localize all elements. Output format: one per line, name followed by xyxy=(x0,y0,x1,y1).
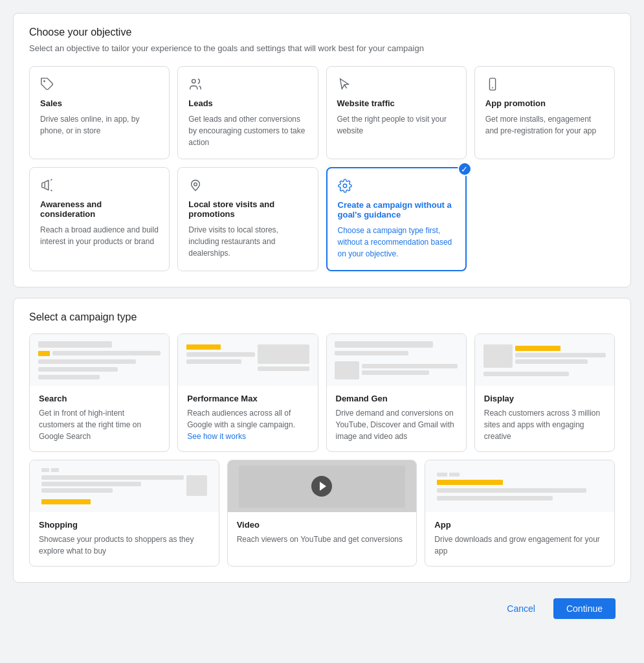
performance-max-thumbnail xyxy=(178,334,317,386)
campaign-display[interactable]: Display Reach customers across 3 million… xyxy=(474,333,615,452)
demand-gen-desc: Drive demand and conversions on YouTube,… xyxy=(336,407,457,442)
shopping-thumbnail xyxy=(30,460,219,512)
objective-section: Choose your objective Select an objectiv… xyxy=(13,13,631,287)
website-traffic-title: Website traffic xyxy=(337,98,456,108)
performance-max-title: Performance Max xyxy=(187,394,308,403)
phone-icon xyxy=(485,77,604,93)
objective-app-promotion[interactable]: App promotion Get more installs, engagem… xyxy=(474,66,615,159)
demand-gen-body: Demand Gen Drive demand and conversions … xyxy=(327,386,466,451)
app-promotion-title: App promotion xyxy=(485,98,604,108)
objective-sales[interactable]: Sales Drive sales online, in app, by pho… xyxy=(29,66,170,159)
leads-title: Leads xyxy=(188,98,307,108)
svg-rect-2 xyxy=(489,78,495,90)
demand-gen-thumbnail xyxy=(327,334,466,386)
pin-icon xyxy=(188,178,307,194)
objective-title: Choose your objective xyxy=(29,27,615,38)
app-thumbnail xyxy=(425,460,614,512)
footer: Cancel Continue xyxy=(13,593,631,632)
website-traffic-desc: Get the right people to visit your websi… xyxy=(337,113,456,137)
search-thumbnail xyxy=(30,334,169,386)
svg-point-0 xyxy=(43,80,45,82)
svg-point-5 xyxy=(343,184,347,188)
tag-icon xyxy=(40,77,159,93)
svg-point-4 xyxy=(194,183,197,186)
video-desc: Reach viewers on YouTube and get convers… xyxy=(237,534,408,545)
video-body: Video Reach viewers on YouTube and get c… xyxy=(228,512,417,554)
objective-awareness[interactable]: Awareness and consideration Reach a broa… xyxy=(29,167,170,271)
cursor-icon xyxy=(337,77,456,93)
app-title: App xyxy=(434,520,605,530)
page-container: Choose your objective Select an objectiv… xyxy=(0,0,644,645)
campaign-grid-row1: Search Get in front of high-intent custo… xyxy=(29,333,615,452)
campaign-search[interactable]: Search Get in front of high-intent custo… xyxy=(29,333,170,452)
app-body: App Drive downloads and grow engagement … xyxy=(425,512,614,566)
campaign-demand-gen[interactable]: Demand Gen Drive demand and conversions … xyxy=(326,333,467,452)
megaphone-icon xyxy=(40,178,159,194)
see-how-it-works-link[interactable]: See how it works xyxy=(187,432,246,441)
objective-no-goal[interactable]: ✓ Create a campaign without a goal's gui… xyxy=(326,167,467,271)
campaign-app[interactable]: App Drive downloads and grow engagement … xyxy=(425,460,615,567)
shopping-title: Shopping xyxy=(39,520,210,530)
selected-check-icon: ✓ xyxy=(458,162,472,176)
objective-subtitle: Select an objective to tailor your exper… xyxy=(29,43,615,53)
sales-desc: Drive sales online, in app, by phone, or… xyxy=(40,113,159,137)
search-desc: Get in front of high-intent customers at… xyxy=(39,407,160,442)
video-play-icon xyxy=(311,476,332,497)
display-body: Display Reach customers across 3 million… xyxy=(475,386,614,451)
local-store-desc: Drive visits to local stores, including … xyxy=(188,224,307,259)
objective-grid: Sales Drive sales online, in app, by pho… xyxy=(29,66,615,271)
display-title: Display xyxy=(484,394,605,403)
gear-icon xyxy=(338,179,455,195)
performance-max-body: Performance Max Reach audiences across a… xyxy=(178,386,317,451)
campaign-video[interactable]: Video Reach viewers on YouTube and get c… xyxy=(227,460,417,567)
objective-website-traffic[interactable]: Website traffic Get the right people to … xyxy=(326,66,467,159)
campaign-section: Select a campaign type xyxy=(13,298,631,583)
campaign-performance-max[interactable]: Performance Max Reach audiences across a… xyxy=(177,333,318,452)
performance-max-desc-text: Reach audiences across all of Google wit… xyxy=(187,409,295,429)
awareness-title: Awareness and consideration xyxy=(40,199,159,219)
objective-local-store[interactable]: Local store visits and promotions Drive … xyxy=(177,167,318,271)
no-goal-desc: Choose a campaign type first, without a … xyxy=(338,225,455,260)
no-goal-title: Create a campaign without a goal's guida… xyxy=(338,200,455,219)
video-title: Video xyxy=(237,520,408,530)
shopping-desc: Showcase your products to shoppers as th… xyxy=(39,534,210,557)
leads-desc: Get leads and other conversions by encou… xyxy=(188,113,307,148)
objective-leads[interactable]: Leads Get leads and other conversions by… xyxy=(177,66,318,159)
search-title: Search xyxy=(39,394,160,403)
campaign-grid-row2: Shopping Showcase your products to shopp… xyxy=(29,460,615,567)
display-thumbnail xyxy=(475,334,614,386)
shopping-body: Shopping Showcase your products to shopp… xyxy=(30,512,219,566)
cancel-button[interactable]: Cancel xyxy=(496,598,546,619)
display-desc: Reach customers across 3 million sites a… xyxy=(484,407,605,442)
video-thumbnail xyxy=(228,460,417,512)
sales-title: Sales xyxy=(40,98,159,108)
performance-max-desc: Reach audiences across all of Google wit… xyxy=(187,407,308,442)
campaign-section-title: Select a campaign type xyxy=(29,311,615,323)
demand-gen-title: Demand Gen xyxy=(336,394,457,403)
app-desc: Drive downloads and grow engagement for … xyxy=(434,534,605,557)
search-body: Search Get in front of high-intent custo… xyxy=(30,386,169,451)
svg-point-1 xyxy=(192,80,196,84)
awareness-desc: Reach a broad audience and build interes… xyxy=(40,224,159,247)
campaign-shopping[interactable]: Shopping Showcase your products to shopp… xyxy=(29,460,219,567)
continue-button[interactable]: Continue xyxy=(553,598,616,619)
local-store-title: Local store visits and promotions xyxy=(188,199,307,219)
app-promotion-desc: Get more installs, engagement and pre-re… xyxy=(485,113,604,137)
person-group-icon xyxy=(188,77,307,93)
